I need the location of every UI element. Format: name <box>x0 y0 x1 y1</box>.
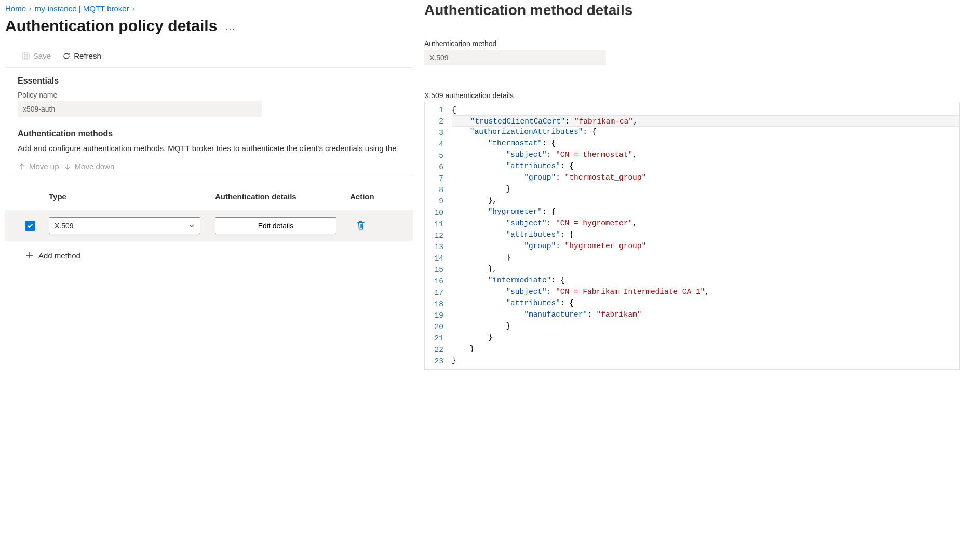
type-select[interactable]: X.509 <box>49 217 200 234</box>
chevron-right-icon: › <box>132 5 135 13</box>
add-method-label: Add method <box>38 251 80 260</box>
editor-code[interactable]: { "trustedClientCaCert": "fabrikam-ca", … <box>452 102 959 369</box>
right-title: Authentication method details <box>424 2 960 39</box>
plus-icon <box>25 251 34 260</box>
auth-method-label: Authentication method <box>424 39 960 50</box>
type-select-value: X.509 <box>55 222 74 230</box>
more-actions-button[interactable]: ⋯ <box>225 18 235 34</box>
methods-section: Authentication methods Add and configure… <box>5 117 413 153</box>
th-action: Action <box>350 192 374 201</box>
page-title-row: Authentication policy details ⋯ <box>5 14 413 39</box>
policy-name-value <box>18 101 262 117</box>
save-icon <box>22 52 30 60</box>
chevron-right-icon: › <box>29 5 32 13</box>
move-up-label: Move up <box>29 162 59 171</box>
table-header: Type Authentication details Action <box>18 177 413 210</box>
move-up-button[interactable]: Move up <box>18 162 59 171</box>
refresh-label: Refresh <box>74 51 101 60</box>
page-title: Authentication policy details <box>5 17 217 35</box>
right-pane: Authentication method details Authentica… <box>413 0 970 560</box>
arrow-up-icon <box>18 162 26 171</box>
save-button[interactable]: Save <box>18 49 55 62</box>
methods-heading: Authentication methods <box>18 129 413 140</box>
breadcrumb: Home › my-instance | MQTT broker › <box>5 3 413 14</box>
th-type: Type <box>49 192 215 201</box>
chevron-down-icon <box>188 223 195 229</box>
breadcrumb-instance[interactable]: my-instance | MQTT broker <box>35 4 129 13</box>
toolbar: Save Refresh <box>5 39 413 68</box>
essentials-heading: Essentials <box>18 76 413 91</box>
table-row: X.509 Edit details <box>5 210 413 241</box>
json-editor[interactable]: 1234567891011121314151617181920212223 { … <box>424 102 960 370</box>
move-down-label: Move down <box>75 162 115 171</box>
refresh-icon <box>62 52 71 60</box>
auth-method-value <box>424 50 606 65</box>
delete-icon[interactable] <box>355 220 367 231</box>
svg-rect-0 <box>23 53 29 59</box>
svg-rect-1 <box>24 57 28 59</box>
edit-details-button[interactable]: Edit details <box>215 217 336 234</box>
left-pane: Home › my-instance | MQTT broker › Authe… <box>0 0 413 560</box>
check-icon <box>26 222 34 229</box>
move-row: Move up Move down <box>5 153 413 177</box>
add-method-button[interactable]: Add method <box>18 241 413 260</box>
row-checkbox[interactable] <box>25 221 35 231</box>
breadcrumb-home[interactable]: Home <box>5 4 26 13</box>
save-label: Save <box>33 51 51 60</box>
th-details: Authentication details <box>215 192 350 201</box>
essentials-section: Essentials Policy name <box>5 68 413 117</box>
editor-gutter: 1234567891011121314151617181920212223 <box>425 102 452 369</box>
arrow-down-icon <box>63 162 72 171</box>
move-down-button[interactable]: Move down <box>63 162 115 171</box>
editor-label: X.509 authentication details <box>424 65 960 102</box>
methods-description: Add and configure authentication methods… <box>18 140 413 153</box>
refresh-button[interactable]: Refresh <box>58 49 105 62</box>
policy-name-label: Policy name <box>18 91 413 101</box>
methods-table: Type Authentication details Action X.509… <box>5 177 413 260</box>
